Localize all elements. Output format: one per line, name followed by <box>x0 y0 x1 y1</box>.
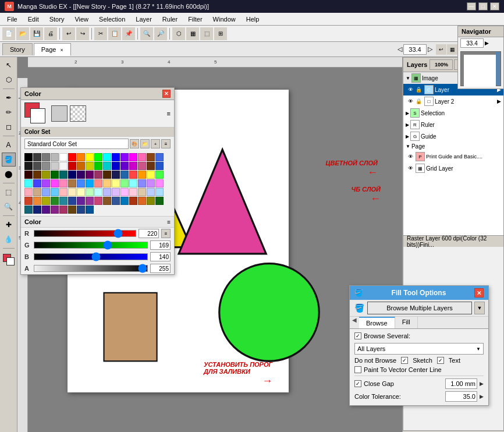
layer2-arrow[interactable]: ▶ <box>497 98 501 104</box>
b-slider[interactable] <box>34 253 148 260</box>
color-cell-87[interactable] <box>86 197 94 205</box>
menu-file[interactable]: File <box>2 15 22 24</box>
tool-hand[interactable]: ✚ <box>2 218 16 232</box>
toolbar-redo[interactable]: ↪ <box>76 27 89 40</box>
color-cell-20[interactable] <box>59 162 68 170</box>
color-cell-17[interactable] <box>33 162 41 170</box>
color-cell-58[interactable] <box>112 179 120 187</box>
grid-eye[interactable]: 👁 <box>408 165 413 171</box>
color-cell-2[interactable] <box>42 153 50 161</box>
fill-expand-icon[interactable]: ◀ <box>350 317 359 328</box>
color-cell-99[interactable] <box>51 206 59 214</box>
color-cell-45[interactable] <box>138 171 146 179</box>
background-color-swatch[interactable] <box>30 108 45 123</box>
color-cell-103[interactable] <box>86 206 94 214</box>
tool-eyedrop[interactable]: 💧 <box>2 232 16 246</box>
color-cell-37[interactable] <box>68 171 76 179</box>
color-cell-100[interactable] <box>59 206 68 214</box>
color-cell-35[interactable] <box>51 171 59 179</box>
color-cell-68[interactable] <box>59 188 68 196</box>
color-cell-79[interactable] <box>155 188 164 196</box>
close-gap-value[interactable] <box>445 378 477 389</box>
color-swatch-transparent[interactable] <box>70 105 86 122</box>
color-cell-6[interactable] <box>77 153 85 161</box>
layer-item-layer2[interactable]: 👁 🔒 □ Layer 2 ▶ <box>403 95 503 107</box>
r-extra[interactable]: ≡ <box>161 229 171 238</box>
menu-help[interactable]: Help <box>242 15 264 24</box>
toolbar-save[interactable]: 💾 <box>30 27 43 40</box>
color-cell-28[interactable] <box>129 162 137 170</box>
color-cell-51[interactable] <box>51 179 59 187</box>
color-cell-3[interactable] <box>51 153 59 161</box>
color-cell-70[interactable] <box>77 188 85 196</box>
toolbar-undo[interactable]: ↩ <box>62 27 75 40</box>
color-cell-49[interactable] <box>33 179 41 187</box>
color-cell-63[interactable] <box>155 179 164 187</box>
toolbar-extra1[interactable]: ⬡ <box>172 27 185 40</box>
tool-lasso[interactable]: ⬡ <box>2 73 16 87</box>
color-swatch-gray[interactable] <box>51 105 68 122</box>
color-cell-86[interactable] <box>77 197 85 205</box>
toolbar-extra3[interactable]: ⬚ <box>200 27 213 40</box>
menu-ruler[interactable]: Ruler <box>158 15 182 24</box>
color-cell-62[interactable] <box>147 179 155 187</box>
color-cell-0[interactable] <box>24 153 33 161</box>
color-tolerance-value[interactable] <box>445 391 477 402</box>
color-cell-1[interactable] <box>33 153 41 161</box>
paint-vector-checkbox[interactable] <box>354 366 361 373</box>
color-cell-88[interactable] <box>94 197 102 205</box>
color-cell-11[interactable] <box>120 153 129 161</box>
color-cell-76[interactable] <box>129 188 137 196</box>
b-value[interactable] <box>150 252 171 261</box>
maximize-button[interactable]: □ <box>478 2 488 10</box>
color-cell-101[interactable] <box>68 206 76 214</box>
color-cell-97[interactable] <box>33 206 41 214</box>
fill-panel-close[interactable]: ✕ <box>474 288 484 298</box>
color-cell-16[interactable] <box>24 162 33 170</box>
sketch-checkbox[interactable] <box>401 357 408 364</box>
tab-toolbar-btn1[interactable]: ↩ <box>436 44 446 55</box>
color-set-name-input[interactable] <box>24 139 129 149</box>
color-cell-96[interactable] <box>24 206 33 214</box>
color-cell-90[interactable] <box>112 197 120 205</box>
color-cell-14[interactable] <box>147 153 155 161</box>
color-panel-close[interactable]: ✕ <box>162 90 171 98</box>
toolbar-open[interactable]: 📂 <box>16 27 29 40</box>
color-cell-15[interactable] <box>155 153 164 161</box>
all-layers-select[interactable]: All Layers ▼ <box>354 343 484 355</box>
fill-tab-fill[interactable]: Fill <box>395 317 418 328</box>
toolbox-bg-color[interactable] <box>6 257 15 265</box>
color-cell-41[interactable] <box>103 171 111 179</box>
a-value[interactable] <box>150 264 171 273</box>
color-cell-52[interactable] <box>59 179 68 187</box>
color-cell-67[interactable] <box>51 188 59 196</box>
tab-page[interactable]: Page × <box>34 43 71 56</box>
color-cell-69[interactable] <box>68 188 76 196</box>
color-cell-42[interactable] <box>112 171 120 179</box>
tab-close-icon[interactable]: × <box>60 47 63 53</box>
color-cell-60[interactable] <box>129 179 137 187</box>
r-value[interactable] <box>139 229 159 238</box>
color-cell-9[interactable] <box>103 153 111 161</box>
menu-story[interactable]: Story <box>45 15 69 24</box>
color-cell-36[interactable] <box>59 171 68 179</box>
g-value[interactable] <box>150 240 171 250</box>
fill-preset-button[interactable]: Browse Multiple Layers <box>367 302 472 314</box>
color-cell-48[interactable] <box>24 179 33 187</box>
zoom-arrow[interactable]: ▷ <box>428 45 432 53</box>
color-cell-40[interactable] <box>94 171 102 179</box>
zoom-input[interactable] <box>403 44 427 55</box>
color-cell-18[interactable] <box>42 162 50 170</box>
layer2-eye-icon[interactable]: 👁 <box>408 98 413 104</box>
menu-edit[interactable]: Edit <box>23 15 44 24</box>
layer-item-guide[interactable]: ▶ G Guide <box>403 130 503 142</box>
toolbar-print[interactable]: 🖨 <box>44 27 57 40</box>
tool-fill[interactable]: 🪣 <box>2 153 16 167</box>
menu-selection[interactable]: Selection <box>94 15 130 24</box>
printguide-eye[interactable]: 👁 <box>408 154 413 160</box>
layer-item-page[interactable]: ▼ Page <box>403 142 503 151</box>
color-cell-26[interactable] <box>112 162 120 170</box>
color-cell-65[interactable] <box>33 188 41 196</box>
layer-eye-icon[interactable]: 👁 <box>408 87 413 93</box>
color-cell-7[interactable] <box>86 153 94 161</box>
